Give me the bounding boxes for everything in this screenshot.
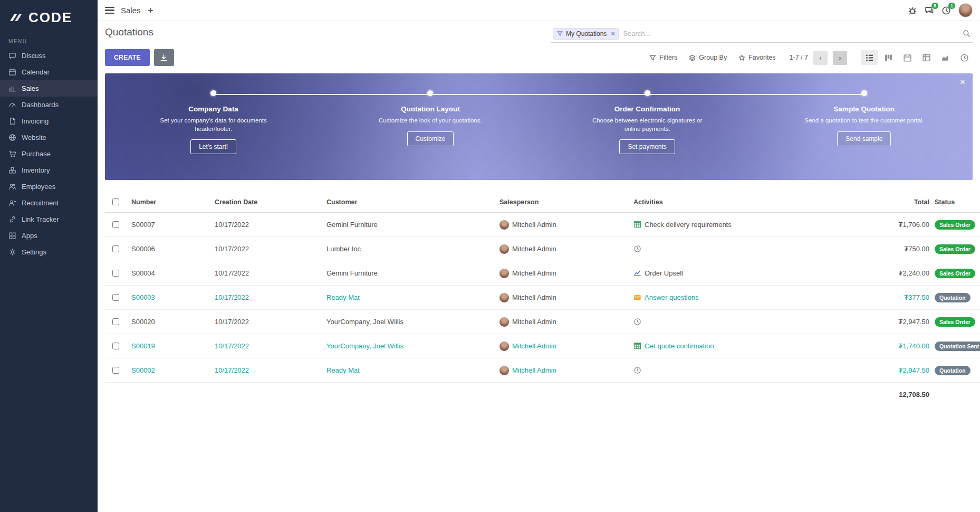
kanban-view-icon	[884, 53, 893, 62]
table-row[interactable]: S00002 10/17/2022 Ready Mat Mitchell Adm…	[105, 358, 980, 383]
sidebar-item-invoicing[interactable]: Invoicing	[0, 113, 98, 129]
calendar-view-button[interactable]	[899, 50, 916, 65]
column-header-salesperson[interactable]: Salesperson	[496, 198, 630, 206]
navbar-app-title[interactable]: Sales	[121, 6, 141, 15]
row-activity[interactable]: Order Upsell	[645, 269, 683, 277]
search-input[interactable]	[619, 27, 963, 40]
row-number: S00019	[128, 342, 212, 350]
sidebar-item-label: Settings	[22, 248, 46, 256]
envelope-icon[interactable]	[633, 293, 641, 301]
calendar-icon	[8, 68, 16, 76]
column-header-customer[interactable]: Customer	[323, 198, 496, 206]
sidebar-item-website[interactable]: Website	[0, 129, 98, 146]
lets-start-button[interactable]: Let's start!	[190, 139, 236, 154]
column-header-total[interactable]: Total	[863, 198, 931, 206]
bug-icon[interactable]	[908, 6, 917, 15]
row-select-checkbox[interactable]	[112, 270, 119, 277]
clock-icon[interactable]	[633, 245, 641, 253]
pager-previous-button[interactable]: ‹	[813, 51, 828, 65]
app-logo[interactable]: CODE	[0, 0, 98, 33]
row-activity[interactable]: Get quote confirmation	[645, 342, 714, 350]
row-select-checkbox[interactable]	[112, 245, 119, 252]
row-total: ₮2,240.00	[863, 269, 931, 277]
list-total-sum: 12,708.50	[863, 391, 931, 399]
send-sample-button[interactable]: Send sample	[837, 131, 891, 146]
pager-next-button[interactable]: ›	[833, 51, 847, 65]
add-tab-button[interactable]: +	[148, 5, 153, 16]
row-select-checkbox[interactable]	[112, 343, 119, 349]
sidebar-item-recruitment[interactable]: Recruitment	[0, 195, 98, 211]
purchase-icon	[8, 150, 16, 158]
row-select-checkbox[interactable]	[112, 318, 119, 325]
sidebar-item-settings[interactable]: Settings	[0, 244, 98, 260]
activity-view-button[interactable]	[956, 50, 973, 65]
row-select-checkbox[interactable]	[112, 294, 119, 301]
row-select-checkbox[interactable]	[112, 221, 119, 228]
onboarding-step-company-data: Company Data Set your company's data for…	[105, 90, 322, 180]
search-icon[interactable]	[963, 30, 971, 37]
row-customer: YourCompany, Joel Willis	[323, 318, 496, 326]
filter-tools: Filters Group By Favorites	[649, 54, 775, 61]
create-button[interactable]: CREATE	[105, 49, 150, 66]
list-view-button[interactable]	[861, 50, 878, 65]
sidebar-item-label: Recruitment	[22, 199, 59, 207]
clock-icon[interactable]	[633, 318, 641, 326]
table-row[interactable]: S00003 10/17/2022 Ready Mat Mitchell Adm…	[105, 286, 980, 310]
search-facet[interactable]: My Quotations ×	[553, 28, 619, 40]
spreadsheet-icon[interactable]	[633, 221, 641, 229]
sidebar-item-link-tracker[interactable]: Link Tracker	[0, 211, 98, 227]
sidebar-item-discuss[interactable]: Discuss	[0, 48, 98, 64]
export-button[interactable]	[154, 49, 174, 66]
row-salesperson: Mitchell Admin	[512, 342, 556, 350]
salesperson-avatar	[499, 342, 509, 351]
customize-button[interactable]: Customize	[407, 131, 454, 146]
table-row[interactable]: S00004 10/17/2022 Gemini Furniture Mitch…	[105, 261, 980, 286]
calendar-view-icon	[903, 53, 912, 62]
sidebar-item-employees[interactable]: Employees	[0, 178, 98, 195]
row-activity[interactable]: Answer questions	[645, 293, 699, 301]
row-activity[interactable]: Check delivery requirements	[645, 221, 732, 229]
row-number: S00002	[128, 366, 212, 374]
activities-clock-icon[interactable]: 1	[941, 6, 951, 15]
funnel-icon	[557, 31, 563, 36]
hamburger-menu-icon[interactable]	[105, 7, 114, 14]
logo-text: CODE	[28, 10, 72, 26]
table-row[interactable]: S00020 10/17/2022 YourCompany, Joel Will…	[105, 310, 980, 334]
facet-remove-icon[interactable]: ×	[611, 30, 614, 37]
sidebar-item-apps[interactable]: Apps	[0, 227, 98, 244]
clock-icon[interactable]	[633, 366, 641, 374]
messages-icon[interactable]: 5	[925, 6, 934, 15]
graph-view-button[interactable]	[937, 50, 954, 65]
step-description: Set your company's data for documents he…	[153, 117, 274, 133]
sidebar-item-dashboards[interactable]: Dashboards	[0, 97, 98, 113]
row-select-checkbox[interactable]	[112, 367, 119, 374]
user-avatar[interactable]	[958, 3, 973, 17]
pivot-view-button[interactable]	[918, 50, 935, 65]
filters-button[interactable]: Filters	[649, 54, 677, 61]
sidebar-item-calendar[interactable]: Calendar	[0, 64, 98, 80]
spreadsheet-icon[interactable]	[633, 342, 641, 350]
search-bar[interactable]: My Quotations ×	[551, 26, 973, 43]
sidebar-item-inventory[interactable]: Inventory	[0, 162, 98, 178]
row-salesperson: Mitchell Admin	[512, 366, 556, 374]
column-header-creation-date[interactable]: Creation Date	[212, 198, 323, 206]
line-chart-icon[interactable]	[633, 269, 641, 277]
row-date: 10/17/2022	[212, 293, 323, 301]
group-by-button[interactable]: Group By	[689, 54, 727, 61]
sidebar-item-purchase[interactable]: Purchase	[0, 146, 98, 162]
select-all-checkbox[interactable]	[105, 198, 128, 205]
column-header-activities[interactable]: Activities	[630, 198, 863, 206]
favorites-button[interactable]: Favorites	[738, 54, 775, 61]
row-salesperson: Mitchell Admin	[512, 245, 556, 253]
salesperson-avatar	[499, 366, 509, 375]
set-payments-button[interactable]: Set payments	[619, 139, 675, 154]
column-header-number[interactable]: Number	[128, 198, 212, 206]
column-header-status[interactable]: Status	[931, 198, 980, 206]
table-row[interactable]: S00006 10/17/2022 Lumber Inc Mitchell Ad…	[105, 237, 980, 261]
step-dot	[210, 90, 216, 96]
sidebar-item-sales[interactable]: Sales	[0, 80, 98, 97]
kanban-view-button[interactable]	[880, 50, 897, 65]
table-row[interactable]: S00007 10/17/2022 Gemini Furniture Mitch…	[105, 213, 980, 237]
control-panel: Quotations My Quotations × CREATE	[98, 21, 980, 72]
table-row[interactable]: S00019 10/17/2022 YourCompany, Joel Will…	[105, 334, 980, 358]
